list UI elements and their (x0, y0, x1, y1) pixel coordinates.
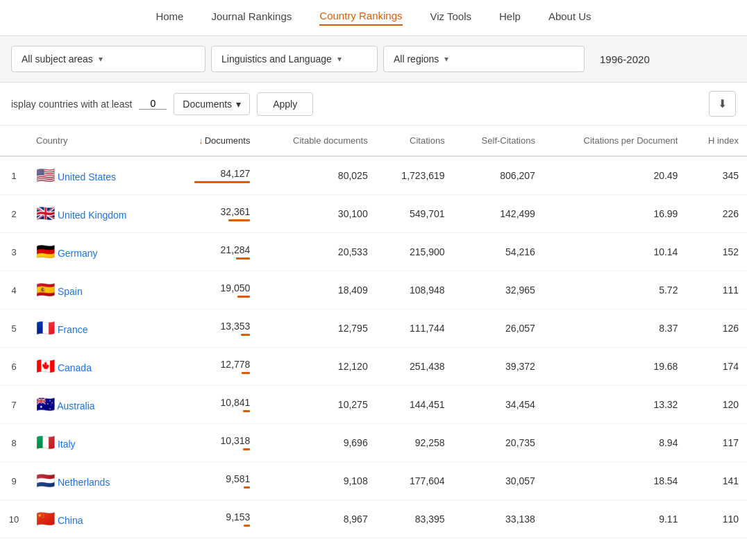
region-dropdown[interactable]: All regions ▾ (383, 46, 585, 72)
subject-area-dropdown[interactable]: All subject areas ▾ (11, 46, 205, 72)
col-citable: Citable documents (258, 126, 376, 156)
rank-cell: 6 (0, 348, 28, 386)
col-documents[interactable]: ↓Documents (166, 126, 259, 156)
documents-cell: 21,284 (166, 233, 259, 271)
citations-cell: 177,604 (376, 462, 453, 500)
cpd-cell: 8.37 (544, 309, 687, 348)
nav-country-rankings[interactable]: Country Rankings (319, 10, 402, 26)
flag-icon: 🇩🇪 (36, 243, 55, 260)
citable-cell: 18,409 (258, 271, 376, 309)
self-citations-cell: 20,735 (453, 424, 544, 462)
min-docs-input[interactable] (139, 98, 167, 110)
country-cell: 🇩🇪 Germany (28, 233, 166, 271)
nav-viz-tools[interactable]: Viz Tools (430, 10, 471, 25)
documents-value: 12,778 (221, 359, 251, 370)
country-link[interactable]: Canada (58, 362, 92, 373)
citable-cell: 9,108 (258, 462, 376, 500)
documents-value: 84,127 (221, 168, 251, 179)
documents-bar (243, 410, 250, 412)
h-index-cell: 152 (686, 233, 747, 271)
country-cell: 🇬🇧 United Kingdom (28, 195, 166, 233)
documents-bar (236, 257, 250, 260)
nav-about-us[interactable]: About Us (548, 10, 591, 25)
table-row: 6 🇨🇦 Canada 12,778 12,120 251,438 39,372… (0, 348, 747, 386)
country-link[interactable]: Australia (57, 400, 94, 411)
country-cell: 🇪🇸 Spain (28, 271, 166, 309)
documents-value: 32,361 (221, 206, 251, 217)
citations-cell: 92,258 (376, 424, 453, 462)
citable-cell: 30,100 (258, 195, 376, 233)
citable-cell: 12,795 (258, 309, 376, 348)
documents-bar (228, 219, 250, 221)
nav-home[interactable]: Home (156, 10, 183, 25)
rank-cell: 3 (0, 233, 28, 271)
country-link[interactable]: Netherlands (58, 477, 110, 488)
flag-icon: 🇺🇸 (36, 167, 55, 184)
country-link[interactable]: Italy (58, 439, 76, 450)
rank-cell: 8 (0, 424, 28, 462)
rankings-table-container: Country ↓Documents Citable documents Cit… (0, 126, 747, 538)
documents-cell: 19,050 (166, 271, 259, 309)
country-link[interactable]: Germany (58, 248, 98, 259)
cpd-cell: 5.72 (544, 271, 687, 309)
apply-button[interactable]: Apply (257, 92, 313, 116)
col-rank (0, 126, 28, 156)
documents-bar (243, 448, 250, 450)
self-citations-cell: 33,138 (453, 500, 544, 538)
table-row: 7 🇦🇺 Australia 10,841 10,275 144,451 34,… (0, 386, 747, 424)
documents-bar (237, 296, 250, 298)
self-citations-cell: 32,965 (453, 271, 544, 309)
docs-type-dropdown[interactable]: Documents ▾ (174, 93, 250, 115)
download-button[interactable]: ⬇ (709, 91, 736, 117)
citable-cell: 10,275 (258, 386, 376, 424)
citable-cell: 12,120 (258, 348, 376, 386)
documents-value: 9,153 (226, 511, 250, 523)
country-link[interactable]: Spain (58, 286, 83, 297)
flag-icon: 🇦🇺 (36, 396, 55, 413)
self-citations-cell: 806,207 (453, 156, 544, 195)
self-citations-cell: 34,454 (453, 386, 544, 424)
self-citations-cell: 54,216 (453, 233, 544, 271)
self-citations-cell: 142,499 (453, 195, 544, 233)
cpd-cell: 9.11 (544, 500, 687, 538)
country-link[interactable]: France (58, 324, 88, 335)
h-index-cell: 345 (686, 156, 747, 195)
subject-category-dropdown[interactable]: Linguistics and Language ▾ (211, 46, 378, 72)
cpd-cell: 10.14 (544, 233, 687, 271)
documents-value: 19,050 (221, 282, 251, 294)
country-cell: 🇳🇱 Netherlands (28, 462, 166, 500)
min-docs-label: isplay countries with at least (11, 99, 132, 110)
country-link[interactable]: United Kingdom (58, 210, 127, 221)
docs-type-chevron-icon: ▾ (236, 99, 241, 110)
country-cell: 🇦🇺 Australia (28, 386, 166, 424)
table-row: 3 🇩🇪 Germany 21,284 20,533 215,900 54,21… (0, 233, 747, 271)
documents-cell: 10,318 (166, 424, 259, 462)
country-cell: 🇮🇹 Italy (28, 424, 166, 462)
col-cpd: Citations per Document (544, 126, 687, 156)
table-row: 5 🇫🇷 France 13,353 12,795 111,744 26,057… (0, 309, 747, 348)
nav-help[interactable]: Help (499, 10, 521, 25)
docs-type-label: Documents (183, 99, 232, 110)
region-chevron-icon: ▾ (444, 54, 448, 64)
h-index-cell: 120 (686, 386, 747, 424)
flag-icon: 🇳🇱 (36, 472, 55, 489)
country-link[interactable]: China (58, 515, 83, 526)
citable-cell: 8,967 (258, 500, 376, 538)
subject-area-label: All subject areas (22, 53, 93, 65)
col-country: Country (28, 126, 166, 156)
cpd-cell: 13.32 (544, 386, 687, 424)
table-row: 8 🇮🇹 Italy 10,318 9,696 92,258 20,735 8.… (0, 424, 747, 462)
cpd-cell: 8.94 (544, 424, 687, 462)
h-index-cell: 226 (686, 195, 747, 233)
nav-journal-rankings[interactable]: Journal Rankings (211, 10, 292, 25)
documents-value: 10,318 (221, 435, 251, 446)
rank-cell: 7 (0, 386, 28, 424)
region-label: All regions (394, 53, 439, 65)
rankings-table: Country ↓Documents Citable documents Cit… (0, 126, 747, 538)
documents-cell: 84,127 (166, 156, 259, 195)
country-link[interactable]: United States (58, 171, 116, 183)
flag-icon: 🇬🇧 (36, 205, 55, 222)
filter-row-2: isplay countries with at least Documents… (0, 83, 747, 126)
documents-bar (194, 181, 250, 183)
table-body: 1 🇺🇸 United States 84,127 80,025 1,723,6… (0, 156, 747, 538)
